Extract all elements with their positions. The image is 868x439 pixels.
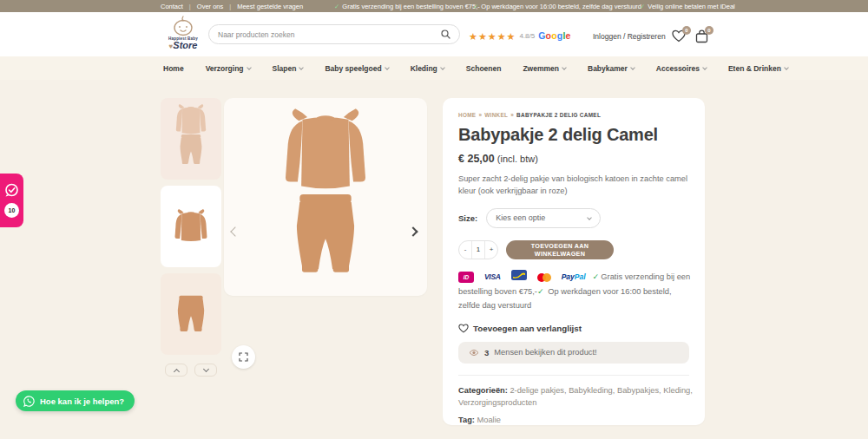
check-icon: ✓	[473, 3, 478, 10]
category-link-3[interactable]: Babypakjes	[617, 386, 659, 395]
nav-item-home[interactable]: Home	[163, 64, 184, 73]
chevron-down-icon	[247, 65, 252, 70]
nav-item-accessoires[interactable]: Accessoires	[656, 64, 707, 73]
thumbnail-full-set-pink[interactable]	[161, 98, 221, 180]
size-selected-value: Kies een optie	[496, 213, 545, 222]
whatsapp-icon	[23, 396, 35, 407]
thumbnails-down-button[interactable]	[194, 364, 217, 377]
login-register-link[interactable]: Inloggen / Registreren	[593, 32, 666, 41]
product-info-card: HOME»WINKEL»BABYPAKJE 2 DELIG CAMEL Baby…	[443, 98, 705, 425]
category-link-4[interactable]: Kleding	[663, 386, 690, 395]
viewers-count: 3	[484, 348, 489, 357]
gallery-prev-button[interactable]	[232, 228, 239, 235]
chevron-left-icon	[230, 226, 240, 236]
check-icon: ✓	[334, 3, 339, 10]
cart-count-badge: 0	[705, 26, 713, 35]
nav-item-zwemmen[interactable]: Zwemmen	[523, 64, 566, 73]
star-icon: ★	[488, 31, 497, 42]
category-link-1[interactable]: 2-delige pakjes	[510, 386, 564, 395]
category-link-2[interactable]: Babykleding	[569, 386, 613, 395]
nav-item-baby-speelgoed[interactable]: Baby speelgoed	[325, 64, 388, 73]
gallery-next-button[interactable]	[410, 228, 417, 235]
rating-value: 4.8/5	[519, 32, 535, 40]
size-label: Size:	[458, 213, 477, 223]
wishlist-button[interactable]: 0	[672, 29, 686, 43]
chevron-down-icon	[202, 366, 208, 372]
price-amount: € 25,00	[458, 153, 495, 165]
product-price: € 25,00 (incl. btw)	[458, 153, 689, 165]
search-input[interactable]	[218, 30, 441, 39]
chevron-down-icon	[702, 65, 707, 70]
nav-item-label: Home	[163, 64, 184, 73]
nav-item-label: Zwemmen	[523, 64, 559, 73]
star-icon: ★	[469, 31, 478, 42]
chevron-down-icon	[587, 216, 592, 221]
nav-item-label: Accessoires	[656, 64, 700, 73]
image-fullscreen-button[interactable]	[232, 345, 255, 369]
store-logo[interactable]: Happiest Baby ♥Store	[161, 16, 206, 50]
search-bar[interactable]	[208, 24, 460, 44]
tag-link[interactable]: Moalie	[477, 416, 501, 424]
thumbnail-top-camel[interactable]	[161, 186, 221, 267]
nav-item-label: Verzorging	[206, 64, 244, 73]
nav-item-label: Kleding	[411, 64, 437, 73]
add-to-cart-button[interactable]: TOEVOEGEN AAN WINKELWAGEN	[506, 240, 614, 259]
breadcrumb-current: BABYPAKJE 2 DELIG CAMEL	[516, 112, 601, 118]
google-letter: e	[566, 30, 571, 41]
nav-item-babykamer[interactable]: Babykamer	[588, 64, 635, 73]
whatsapp-chat-button[interactable]: Hoe kan ik je helpen?	[16, 390, 135, 411]
google-logo: Google	[538, 30, 570, 41]
category-link-5[interactable]: Verzorgingsproducten	[458, 398, 536, 407]
topbar-link-1[interactable]: Contact	[161, 3, 183, 10]
categories-label: Categorieën:	[458, 386, 508, 395]
viewers-box: 3 Mensen bekijken dit product!	[458, 342, 689, 364]
bancontact-icon	[511, 270, 527, 285]
google-rating: ★★★★★ 4.8/5 Google	[469, 28, 571, 43]
chevron-down-icon	[299, 65, 305, 70]
mastercard-icon	[537, 273, 551, 282]
size-row: Size: Kies een optie	[458, 208, 689, 228]
star-icon: ★	[478, 31, 488, 42]
star-rating-icons: ★★★★★	[469, 28, 516, 43]
product-description: Super zacht 2-delig pakje van biologisch…	[458, 174, 694, 198]
thumbnails-up-button[interactable]	[165, 364, 187, 377]
star-icon: ★	[507, 31, 516, 42]
topbar-usp-shipping: ✓Gratis verzending bij een bestelling bo…	[334, 3, 480, 10]
chevron-down-icon	[385, 65, 390, 70]
nav-item-label: Baby speelgoed	[325, 64, 381, 73]
topbar-link-3[interactable]: Meest gestelde vragen	[237, 3, 303, 10]
ideal-icon: iD	[458, 272, 474, 283]
price-tax-note: (incl. btw)	[497, 154, 538, 164]
search-icon[interactable]	[441, 27, 450, 43]
nav-item-label: Babykamer	[588, 64, 628, 73]
breadcrumb: HOME»WINKEL»BABYPAKJE 2 DELIG CAMEL	[458, 112, 689, 118]
breadcrumb-winkel[interactable]: WINKEL	[484, 112, 508, 118]
size-select[interactable]: Kies een optie	[486, 208, 601, 228]
quantity-decrease-button[interactable]: -	[459, 241, 471, 259]
payment-usp-block: iD VISA PayPal ✓Gratis verzending bij ee…	[458, 270, 694, 313]
breadcrumb-home[interactable]: HOME	[458, 112, 476, 118]
chevron-down-icon	[630, 65, 635, 70]
google-letter: G	[538, 30, 545, 41]
nav-item-kleding[interactable]: Kleding	[411, 64, 444, 73]
thumbnail-pants-camel[interactable]	[161, 273, 221, 355]
nav-item-eten-drinken[interactable]: Eten & Drinken	[728, 64, 788, 73]
cart-button[interactable]: 0	[695, 29, 708, 43]
baby-face-icon	[170, 16, 196, 36]
quantity-value: 1	[471, 241, 485, 259]
nav-item-slapen[interactable]: Slapen	[273, 64, 304, 73]
chevron-up-icon	[173, 368, 179, 374]
nav-item-schoenen[interactable]: Schoenen	[466, 64, 502, 73]
review-widget-badge[interactable]: 10	[0, 174, 23, 227]
main-nav: HomeVerzorgingSlapenBaby speelgoedKledin…	[0, 56, 868, 80]
visa-icon: VISA	[484, 271, 501, 284]
topbar-link-2[interactable]: Over ons	[197, 3, 223, 10]
check-icon: ✓	[537, 287, 544, 296]
main-product-image[interactable]	[224, 98, 427, 296]
chevron-down-icon	[440, 65, 445, 70]
add-to-wishlist-link[interactable]: Toevoegen aan verlanglijst	[458, 324, 689, 333]
quantity-increase-button[interactable]: +	[485, 241, 497, 259]
topbar-usp-delivery: ✓Op werkdagen voor 16:00 besteld, zelfde…	[473, 3, 641, 10]
nav-item-label: Eten & Drinken	[728, 64, 781, 73]
nav-item-verzorging[interactable]: Verzorging	[206, 64, 251, 73]
